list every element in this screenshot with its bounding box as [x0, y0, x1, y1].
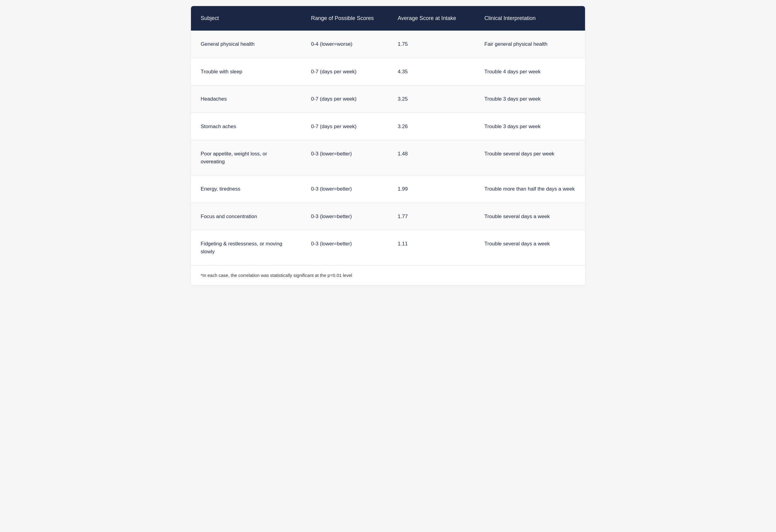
cell-clinical: Trouble several days a week: [475, 203, 585, 230]
table-row: Focus and concentration0-3 (lower=better…: [191, 203, 585, 230]
cell-clinical: Trouble 3 days per week: [475, 113, 585, 140]
header-clinical: Clinical Interpretation: [475, 6, 585, 31]
header-subject: Subject: [191, 6, 301, 31]
cell-range: 0-4 (lower=worse): [301, 31, 388, 58]
cell-range: 0-3 (lower=better): [301, 176, 388, 203]
table-row: Stomach aches0-7 (days per week)3.26Trou…: [191, 113, 585, 140]
cell-avg: 1.75: [388, 31, 475, 58]
cell-clinical: Fair general physical health: [475, 31, 585, 58]
table-row: Fidgeting & restlessness, or moving slow…: [191, 230, 585, 265]
cell-avg: 1.11: [388, 230, 475, 265]
cell-range: 0-3 (lower=better): [301, 140, 388, 176]
cell-clinical: Trouble 4 days per week: [475, 58, 585, 85]
table-row: Poor appetite, weight loss, or overeatin…: [191, 140, 585, 176]
data-table: Subject Range of Possible Scores Average…: [191, 6, 585, 265]
cell-subject: Fidgeting & restlessness, or moving slow…: [191, 230, 301, 265]
cell-avg: 3.25: [388, 85, 475, 113]
table-row: Headaches0-7 (days per week)3.25Trouble …: [191, 85, 585, 113]
cell-subject: Poor appetite, weight loss, or overeatin…: [191, 140, 301, 176]
table-header-row: Subject Range of Possible Scores Average…: [191, 6, 585, 31]
cell-avg: 4.35: [388, 58, 475, 85]
cell-avg: 1.99: [388, 176, 475, 203]
cell-range: 0-7 (days per week): [301, 85, 388, 113]
cell-clinical: Trouble several days a week: [475, 230, 585, 265]
cell-subject: General physical health: [191, 31, 301, 58]
cell-range: 0-3 (lower=better): [301, 203, 388, 230]
cell-range: 0-7 (days per week): [301, 58, 388, 85]
header-range: Range of Possible Scores: [301, 6, 388, 31]
cell-avg: 1.48: [388, 140, 475, 176]
cell-avg: 3.26: [388, 113, 475, 140]
cell-clinical: Trouble 3 days per week: [475, 85, 585, 113]
cell-clinical: Trouble several days per week: [475, 140, 585, 176]
cell-subject: Focus and concentration: [191, 203, 301, 230]
cell-subject: Stomach aches: [191, 113, 301, 140]
cell-range: 0-7 (days per week): [301, 113, 388, 140]
cell-subject: Trouble with sleep: [191, 58, 301, 85]
table-row: Trouble with sleep0-7 (days per week)4.3…: [191, 58, 585, 85]
cell-range: 0-3 (lower=better): [301, 230, 388, 265]
table-row: General physical health0-4 (lower=worse)…: [191, 31, 585, 58]
cell-subject: Energy, tiredness: [191, 176, 301, 203]
cell-clinical: Trouble more than half the days a week: [475, 176, 585, 203]
cell-subject: Headaches: [191, 85, 301, 113]
footnote: *In each case, the correlation was stati…: [191, 265, 585, 285]
table-row: Energy, tiredness0-3 (lower=better)1.99T…: [191, 176, 585, 203]
cell-avg: 1.77: [388, 203, 475, 230]
main-table-container: Subject Range of Possible Scores Average…: [191, 6, 585, 285]
header-avg: Average Score at Intake: [388, 6, 475, 31]
